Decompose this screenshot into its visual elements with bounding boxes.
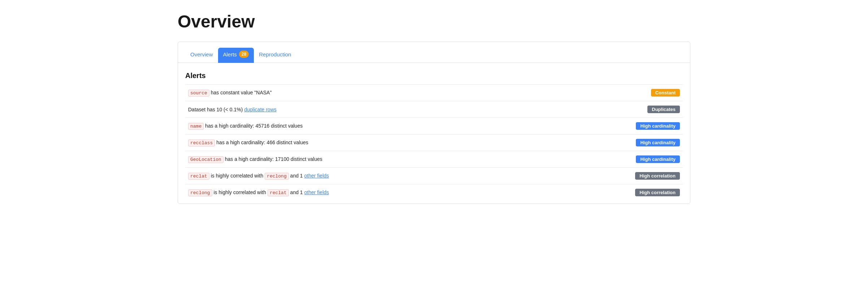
- code-reclat-ref: reclat: [268, 189, 289, 196]
- code-name: name: [188, 123, 204, 130]
- alert-badge-cell-name: High cardinality: [555, 118, 683, 134]
- alert-badge-cell-constant: Constant: [555, 85, 683, 101]
- badge-high-correlation-reclong: High correlation: [635, 189, 680, 196]
- code-reclat: reclat: [188, 173, 209, 180]
- tab-reproduction[interactable]: Reproduction: [254, 48, 296, 63]
- page-title: Overview: [178, 12, 690, 31]
- alert-cell-reclong: reclong is highly correlated with reclat…: [185, 184, 555, 201]
- table-row: reclong is highly correlated with reclat…: [185, 184, 683, 201]
- table-row: Dataset has 10 (< 0.1%) duplicate rows D…: [185, 101, 683, 118]
- badge-high-cardinality-name: High cardinality: [636, 122, 680, 130]
- table-row: GeoLocation has a high cardinality: 1710…: [185, 151, 683, 168]
- alert-cell-geolocation: GeoLocation has a high cardinality: 1710…: [185, 151, 555, 168]
- alert-badge-cell-duplicates: Duplicates: [555, 101, 683, 118]
- alerts-table: source has constant value "NASA" Constan…: [185, 84, 683, 201]
- alert-cell-recclass: recclass has a high cardinality: 466 dis…: [185, 134, 555, 151]
- code-recclass: recclass: [188, 140, 215, 146]
- page-container: Overview Overview Alerts 28 Reproduction…: [163, 0, 705, 215]
- tab-overview[interactable]: Overview: [185, 48, 218, 63]
- alerts-badge: 28: [239, 51, 249, 58]
- code-geolocation: GeoLocation: [188, 156, 223, 163]
- alert-cell-duplicates: Dataset has 10 (< 0.1%) duplicate rows: [185, 101, 555, 118]
- code-reclong: reclong: [188, 189, 212, 196]
- alert-badge-cell-reclong: High correlation: [555, 184, 683, 201]
- alert-cell-name: name has a high cardinality: 45716 disti…: [185, 118, 555, 134]
- alert-badge-cell-reclat: High correlation: [555, 168, 683, 184]
- code-reclong-ref: reclong: [265, 173, 289, 180]
- table-row: name has a high cardinality: 45716 disti…: [185, 118, 683, 134]
- badge-high-correlation-reclat: High correlation: [635, 172, 680, 180]
- badge-duplicates: Duplicates: [647, 106, 680, 113]
- code-source: source: [188, 90, 209, 97]
- other-fields-link-1[interactable]: other fields: [304, 173, 329, 179]
- table-row: reclat is highly correlated with reclong…: [185, 168, 683, 184]
- badge-high-cardinality-geolocation: High cardinality: [636, 155, 680, 163]
- main-card: Overview Alerts 28 Reproduction Alerts s…: [178, 42, 690, 204]
- table-row: recclass has a high cardinality: 466 dis…: [185, 134, 683, 151]
- alerts-heading: Alerts: [185, 72, 683, 80]
- tabs-container: Overview Alerts 28 Reproduction: [178, 42, 690, 63]
- badge-high-cardinality-recclass: High cardinality: [636, 139, 680, 146]
- alerts-section: Alerts source has constant value "NASA" …: [178, 63, 690, 204]
- badge-constant: Constant: [651, 89, 680, 97]
- alert-badge-cell-geolocation: High cardinality: [555, 151, 683, 168]
- duplicate-rows-link[interactable]: duplicate rows: [244, 107, 277, 112]
- table-row: source has constant value "NASA" Constan…: [185, 85, 683, 101]
- alert-badge-cell-recclass: High cardinality: [555, 134, 683, 151]
- other-fields-link-2[interactable]: other fields: [304, 189, 329, 195]
- alert-cell-reclat: reclat is highly correlated with reclong…: [185, 168, 555, 184]
- tab-alerts[interactable]: Alerts 28: [218, 48, 254, 63]
- alert-cell-source: source has constant value "NASA": [185, 85, 555, 101]
